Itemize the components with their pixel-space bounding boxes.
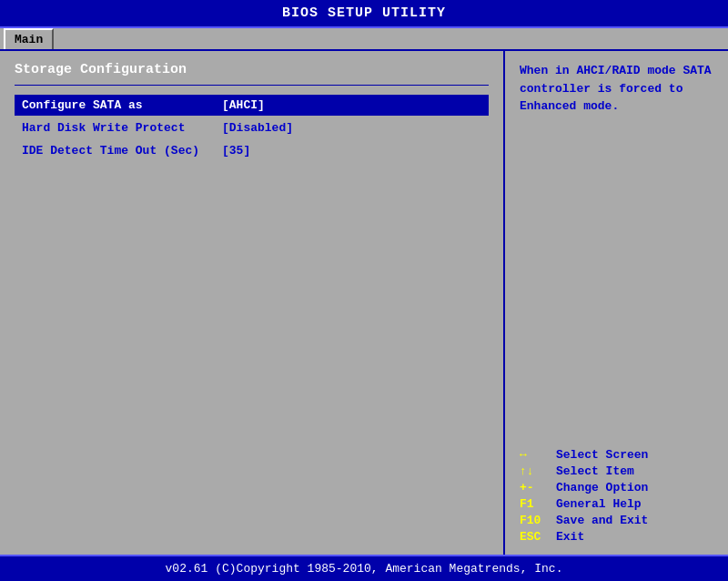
section-title: Storage Configuration	[15, 62, 489, 77]
config-row-0[interactable]: Configure SATA as [AHCI]	[15, 95, 489, 116]
footer-text: v02.61 (C)Copyright 1985-2010, American …	[166, 562, 563, 576]
key-symbol-4: F10	[520, 514, 556, 527]
key-row-4: F10 Save and Exit	[520, 514, 713, 527]
config-label-0: Configure SATA as	[22, 98, 222, 112]
title-bar: BIOS SETUP UTILITY	[0, 0, 728, 28]
config-label-1: Hard Disk Write Protect	[22, 121, 222, 135]
config-row-1[interactable]: Hard Disk Write Protect [Disabled]	[15, 117, 489, 138]
key-symbol-2: +-	[520, 481, 556, 494]
key-symbol-0: ↔	[520, 448, 556, 462]
key-desc-1: Select Item	[556, 464, 634, 478]
key-row-5: ESC Exit	[520, 530, 713, 544]
right-panel: When in AHCI/RAID mode SATA controller i…	[505, 51, 728, 555]
tab-row: Main	[0, 28, 728, 51]
footer: v02.61 (C)Copyright 1985-2010, American …	[0, 555, 728, 581]
key-symbol-1: ↑↓	[520, 464, 556, 478]
config-value-1: [Disabled]	[222, 121, 293, 135]
main-content: Storage Configuration Configure SATA as …	[0, 51, 728, 555]
key-row-1: ↑↓ Select Item	[520, 464, 713, 478]
config-value-2: [35]	[222, 144, 250, 158]
config-value-0: [AHCI]	[222, 98, 265, 112]
key-desc-3: General Help	[556, 497, 642, 511]
help-text: When in AHCI/RAID mode SATA controller i…	[520, 62, 713, 116]
config-row-2[interactable]: IDE Detect Time Out (Sec) [35]	[15, 140, 489, 161]
left-panel: Storage Configuration Configure SATA as …	[0, 51, 505, 555]
key-help: ↔ Select Screen ↑↓ Select Item +- Change…	[520, 448, 713, 544]
bios-screen: BIOS SETUP UTILITY Main Storage Configur…	[0, 0, 728, 581]
title-text: BIOS SETUP UTILITY	[282, 5, 446, 21]
key-row-2: +- Change Option	[520, 481, 713, 494]
key-row-3: F1 General Help	[520, 497, 713, 511]
tab-main[interactable]: Main	[4, 28, 54, 49]
key-desc-4: Save and Exit	[556, 514, 648, 527]
key-symbol-3: F1	[520, 497, 556, 511]
key-desc-5: Exit	[556, 530, 584, 544]
key-desc-2: Change Option	[556, 481, 648, 494]
key-row-0: ↔ Select Screen	[520, 448, 713, 462]
divider	[15, 85, 489, 86]
key-desc-0: Select Screen	[556, 448, 648, 462]
config-label-2: IDE Detect Time Out (Sec)	[22, 144, 222, 158]
key-symbol-5: ESC	[520, 530, 556, 544]
